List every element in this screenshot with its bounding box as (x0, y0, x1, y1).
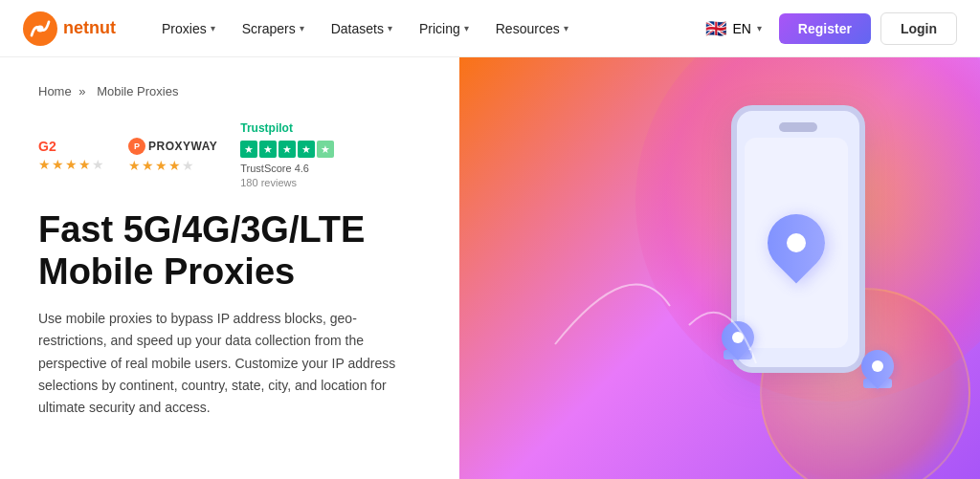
nav-scrapers[interactable]: Scrapers ▾ (231, 15, 316, 42)
pin-small-1 (722, 321, 764, 363)
chevron-down-icon: ▾ (757, 23, 762, 33)
trustpilot-stars: ★ ★ ★ ★ ★ (240, 141, 334, 158)
g2-logo: G2 (38, 139, 105, 154)
breadcrumb-home[interactable]: Home (38, 84, 72, 98)
pin-small-2 (861, 350, 903, 392)
login-button[interactable]: Login (880, 12, 957, 45)
g2-rating: G2 ★★★★★ (38, 139, 105, 172)
chevron-down-icon: ▾ (464, 23, 469, 33)
register-button[interactable]: Register (779, 13, 871, 44)
proxyway-logo: P PROXYWAY (128, 138, 217, 155)
language-selector[interactable]: 🇬🇧 EN ▾ (698, 14, 768, 43)
breadcrumb-separator: » (78, 84, 85, 98)
ratings-row: G2 ★★★★★ P PROXYWAY ★★★★★ Trustpilot (38, 121, 421, 188)
proxyway-circle-icon: P (128, 138, 145, 155)
navbar: netnut Proxies ▾ Scrapers ▾ Datasets ▾ P… (0, 0, 980, 57)
flag-icon: 🇬🇧 (705, 18, 726, 39)
left-panel: Home » Mobile Proxies G2 ★★★★★ P PROXYWA… (0, 57, 459, 479)
breadcrumb: Home » Mobile Proxies (38, 84, 421, 98)
trustpilot-reviews: 180 reviews (240, 177, 334, 188)
nav-links: Proxies ▾ Scrapers ▾ Datasets ▾ Pricing … (150, 15, 698, 42)
breadcrumb-current: Mobile Proxies (97, 84, 178, 98)
trustpilot-score: TrustScore 4.6 (240, 163, 334, 174)
nav-right: 🇬🇧 EN ▾ Register Login (698, 12, 957, 45)
location-pin-icon (756, 203, 837, 284)
hero-heading: Fast 5G/4G/3G/LTE Mobile Proxies (38, 209, 421, 293)
chevron-down-icon: ▾ (211, 23, 215, 33)
proxyway-stars: ★★★★★ (128, 158, 217, 173)
main-content: Home » Mobile Proxies G2 ★★★★★ P PROXYWA… (0, 57, 980, 479)
hero-description: Use mobile proxies to bypass IP address … (38, 308, 421, 418)
trustpilot-rating: Trustpilot ★ ★ ★ ★ (240, 121, 334, 188)
chevron-down-icon: ▾ (388, 23, 392, 33)
trustpilot-label: Trustpilot (240, 121, 293, 135)
nav-proxies[interactable]: Proxies ▾ (150, 15, 227, 42)
nav-datasets[interactable]: Datasets ▾ (320, 15, 404, 42)
phone-illustration (712, 86, 903, 421)
chevron-down-icon: ▾ (300, 23, 304, 33)
logo-text: netnut (63, 18, 116, 38)
proxyway-rating: P PROXYWAY ★★★★★ (128, 138, 217, 173)
phone-screen (745, 138, 848, 348)
nav-resources[interactable]: Resources ▾ (484, 15, 580, 42)
chevron-down-icon: ▾ (564, 23, 568, 33)
trustpilot-logo: Trustpilot (240, 121, 334, 135)
g2-stars: ★★★★★ (38, 157, 105, 172)
hero-illustration (459, 57, 980, 479)
svg-point-1 (36, 25, 43, 32)
proxyway-label: PROXYWAY (148, 140, 217, 153)
phone-notch (779, 122, 817, 132)
logo[interactable]: netnut (23, 11, 116, 46)
nav-pricing[interactable]: Pricing ▾ (408, 15, 480, 42)
